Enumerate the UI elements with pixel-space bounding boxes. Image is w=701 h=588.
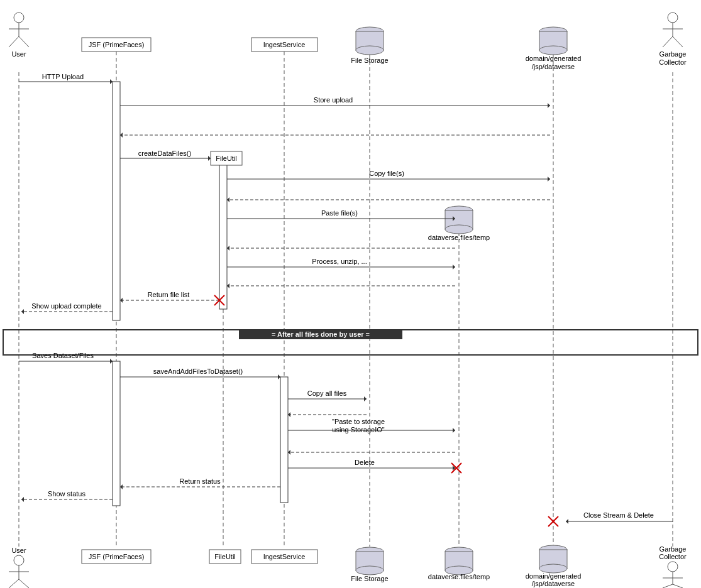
label-paste-storage-1: "Paste to storage — [332, 418, 385, 425]
svg-marker-33 — [288, 412, 290, 417]
actor-domain-bottom-label2: /jsp/dataverse — [532, 580, 575, 587]
svg-marker-18 — [110, 79, 113, 84]
diagram-container: User JSF (PrimeFaces) IngestService File… — [0, 0, 701, 588]
svg-marker-21 — [208, 156, 211, 161]
svg-marker-39 — [566, 519, 568, 524]
label-delete: Delete — [355, 459, 375, 466]
label-paste-files: Paste file(s) — [321, 209, 358, 217]
label-show-upload: Show upload complete — [31, 302, 101, 310]
actor-jsf-bottom: JSF (PrimeFaces) — [82, 550, 151, 564]
fileutil-label: FileUtil — [216, 155, 237, 162]
svg-point-57 — [668, 562, 678, 572]
frame-label-center: = After all files done by user = — [272, 330, 370, 338]
activation-jsf-1 — [113, 82, 120, 320]
dataverse-temp-db-bottom — [445, 225, 473, 234]
svg-marker-38 — [21, 497, 24, 502]
svg-marker-29 — [21, 309, 24, 314]
actor-jsf-bottom-label: JSF (PrimeFaces) — [89, 553, 145, 560]
label-return-filelist: Return file list — [148, 291, 190, 298]
actor-user-top: User — [9, 13, 29, 58]
activation-fileutil — [219, 158, 227, 309]
svg-marker-22 — [548, 177, 550, 182]
actor-ingest-top-label: IngestService — [263, 41, 306, 48]
actor-gc-top-label2: Collector — [659, 58, 687, 66]
actor-gc-bottom-label2: Collector — [659, 553, 687, 560]
label-copy-files: Copy file(s) — [369, 170, 404, 177]
svg-point-12 — [539, 46, 567, 55]
actor-gc-bottom-label: Garbage — [660, 545, 687, 553]
svg-line-3 — [9, 36, 19, 47]
actor-user-bottom-label: User — [11, 547, 26, 554]
svg-point-13 — [668, 13, 678, 23]
actor-domain-bottom: domain/generated /jsp/dataverse — [526, 545, 582, 587]
actor-jsf-top: JSF (PrimeFaces) — [82, 38, 151, 52]
label-show-status: Show status — [48, 490, 86, 498]
svg-line-60 — [663, 584, 673, 588]
svg-line-4 — [19, 36, 29, 47]
label-close-stream: Close Stream & Delete — [583, 511, 654, 519]
svg-marker-19 — [548, 103, 550, 108]
svg-marker-30 — [110, 359, 113, 364]
svg-marker-27 — [227, 283, 229, 288]
svg-point-50 — [356, 566, 384, 575]
actor-fileutil-bottom-label: FileUtil — [214, 553, 236, 560]
actor-gc-top: Garbage Collector — [659, 13, 687, 66]
svg-line-16 — [663, 36, 673, 47]
label-copy-all: Copy all files — [307, 389, 347, 397]
label-saves-dataset: Saves Dataset/Files — [32, 352, 94, 359]
svg-marker-32 — [364, 396, 367, 401]
label-http-upload: HTTP Upload — [42, 73, 84, 80]
actor-ingest-top: IngestService — [251, 38, 317, 52]
svg-marker-25 — [227, 246, 229, 251]
actor-ingest-bottom-label: IngestService — [263, 553, 306, 560]
actor-dataverse-temp-bottom-label: dataverse.files/temp — [428, 573, 490, 580]
actor-jsf-top-label: JSF (PrimeFaces) — [89, 41, 145, 48]
actor-filestorage-bottom-label: File Storage — [351, 575, 388, 582]
svg-marker-28 — [120, 298, 123, 303]
svg-point-56 — [539, 564, 567, 573]
label-createDataFiles: createDataFiles() — [138, 150, 191, 157]
svg-line-61 — [673, 584, 683, 588]
actor-dataverse-temp-bottom: dataverse.files/temp — [428, 547, 490, 580]
actor-gc-top-label: Garbage — [660, 50, 687, 58]
svg-marker-34 — [453, 428, 455, 433]
label-return-status: Return status — [179, 477, 221, 485]
svg-marker-31 — [278, 374, 280, 379]
svg-point-9 — [356, 46, 384, 55]
svg-point-40 — [14, 555, 24, 565]
actor-fileutil-bottom: FileUtil — [209, 550, 241, 564]
actor-filestorage-top: File Storage — [351, 27, 388, 64]
svg-marker-20 — [120, 133, 123, 138]
activation-ingest — [280, 377, 288, 503]
label-store-upload: Store upload — [314, 96, 353, 104]
dataverse-temp-label: dataverse.files/temp — [428, 234, 490, 241]
svg-line-44 — [19, 579, 29, 588]
actor-user-top-label: User — [11, 50, 26, 58]
svg-marker-26 — [453, 264, 455, 270]
svg-point-0 — [14, 13, 24, 23]
actor-ingest-bottom: IngestService — [251, 550, 317, 564]
actor-domain-bottom-label: domain/generated — [526, 572, 582, 580]
label-saveAndAdd: saveAndAddFilesToDataset() — [153, 368, 243, 375]
label-process: Process, unzip, ... — [312, 258, 367, 265]
actor-gc-bottom: Garbage Collector — [659, 545, 687, 588]
activation-jsf-2 — [113, 361, 120, 506]
svg-marker-37 — [120, 484, 123, 489]
label-paste-storage-2: using StorageIO" — [332, 426, 384, 433]
svg-line-17 — [673, 36, 683, 47]
svg-marker-23 — [227, 197, 229, 202]
actor-filestorage-bottom: File Storage — [351, 547, 388, 582]
actor-user-bottom: User — [9, 547, 29, 588]
svg-marker-35 — [288, 450, 290, 455]
svg-line-43 — [9, 579, 19, 588]
